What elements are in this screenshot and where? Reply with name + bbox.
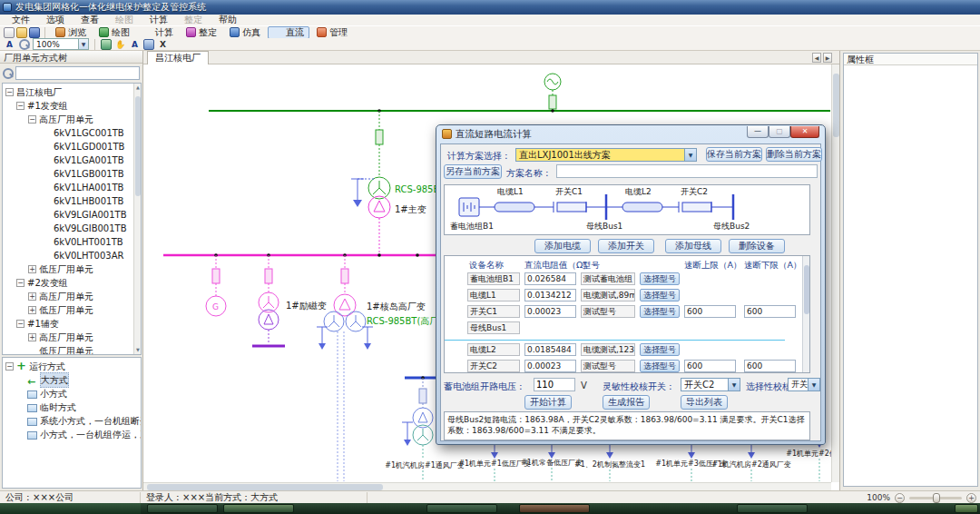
generate-report-button[interactable]: 生成报告 (603, 395, 650, 410)
select-model-button[interactable]: 选择型号 (640, 343, 680, 356)
view-page-icon[interactable] (143, 39, 154, 50)
tree-item[interactable]: 昌江核电厂 (3, 85, 141, 99)
chevron-down-icon[interactable]: ▼ (684, 149, 696, 161)
taskbar-window-button[interactable] (519, 504, 590, 513)
excitation-transformer-branch[interactable] (252, 255, 285, 346)
save-scheme-button[interactable]: 保存当前方案 (706, 147, 762, 162)
select-model-button[interactable]: 选择型号 (640, 289, 680, 301)
chevron-down-icon[interactable]: ▼ (78, 39, 88, 49)
tab-scroll-left-icon[interactable]: ◀ (812, 53, 821, 63)
tree-item[interactable]: 低压厂用单元 (3, 344, 141, 355)
image-icon[interactable] (101, 39, 112, 50)
zoom-slider[interactable] (909, 497, 962, 499)
table-scrollbar[interactable] (802, 256, 809, 372)
mode-tree-item[interactable]: 运行方式 (3, 360, 141, 373)
tree-item[interactable]: 低压厂用单元 (3, 303, 141, 317)
tree-item[interactable]: 6kV1LGB001TB (3, 167, 141, 181)
upper-limit-input[interactable]: 600 (684, 305, 736, 318)
switch1-symbol[interactable] (557, 203, 586, 212)
toolbar-button[interactable]: 浏览 (50, 26, 92, 39)
scroll-down-icon[interactable]: ▼ (134, 346, 142, 354)
grid-source-symbol[interactable] (544, 74, 561, 111)
mode-tree-item[interactable]: 系统小方式，一台机组断开 (3, 414, 141, 428)
tree-item[interactable]: 高压厂用单元 (3, 290, 141, 303)
mode-tree-item[interactable]: 小方式 (3, 387, 141, 400)
voltage-input[interactable] (534, 378, 575, 391)
tree-item[interactable]: 6kV1LGC001TB (3, 126, 141, 140)
scheme-select-combo[interactable]: 直出LXJ1001出线方案 ▼ (515, 148, 697, 162)
find-icon[interactable]: A (4, 39, 15, 50)
resistance-input[interactable]: 0.0134212 (524, 289, 576, 301)
tree-item[interactable]: 6kV1LHA001TB (3, 181, 141, 194)
zoom-out-icon[interactable]: − (895, 493, 905, 503)
taskbar-window-button[interactable] (426, 504, 497, 513)
mode-tree-item[interactable]: 大方式 (3, 373, 141, 387)
taskbar-window-button[interactable] (223, 504, 294, 513)
tree-search-input[interactable] (15, 66, 140, 80)
lower-limit-input[interactable]: 600 (744, 305, 796, 318)
mode-tree-item[interactable]: 小方式，一台机组停运，系统侧断开 (3, 428, 141, 441)
tree-item[interactable]: #1辅变 (3, 317, 141, 331)
menu-item[interactable]: 计算 (142, 15, 176, 25)
tree-expander-icon[interactable] (16, 279, 24, 287)
menu-item[interactable]: 绘图 (107, 15, 142, 25)
zoom-level-combo[interactable]: 100% ▼ (33, 38, 89, 50)
island-transformer-branch[interactable] (324, 255, 366, 481)
scroll-up-icon[interactable]: ▲ (134, 84, 142, 92)
tree-item[interactable]: 6kV9LGIB001TB (3, 222, 141, 235)
menu-item[interactable]: 整定 (176, 15, 211, 25)
tree-item[interactable]: 6kV0LHT001TB (3, 235, 141, 249)
menu-item[interactable]: 查看 (73, 15, 107, 25)
delete-scheme-button[interactable]: 删除当前方案 (766, 147, 822, 162)
start-calculation-button[interactable]: 开始计算 (524, 395, 572, 410)
scrollbar-thumb[interactable] (135, 96, 141, 196)
cable2-symbol[interactable] (622, 203, 662, 212)
sensitivity-switch-combo[interactable]: 开关C2 ▼ (681, 378, 740, 391)
menu-item[interactable]: 帮助 (211, 15, 245, 25)
delete-x-icon[interactable]: X (157, 39, 169, 50)
toolbar-button[interactable]: 直流 (268, 26, 309, 39)
tree-item[interactable]: 高压厂用单元 (3, 331, 141, 344)
resistance-input[interactable]: 0.026584 (524, 272, 576, 285)
tree-item[interactable]: #2发变组 (3, 276, 141, 290)
upper-limit-input[interactable]: 600 (684, 360, 736, 372)
menu-item[interactable]: 文件 (4, 15, 38, 25)
save-file-icon[interactable] (29, 27, 40, 38)
taskbar-window-button[interactable] (147, 504, 218, 513)
lv-transformer-branch[interactable] (405, 376, 436, 460)
tree-expander-icon[interactable] (28, 265, 36, 273)
battery-symbol[interactable] (459, 198, 479, 216)
tree-item[interactable]: 6kV1LHB001TB (3, 194, 141, 208)
tree-expander-icon[interactable] (28, 292, 36, 301)
tree-expander-icon[interactable] (5, 362, 14, 371)
cable1-symbol[interactable] (495, 203, 534, 212)
zoom-in-icon[interactable]: + (966, 493, 976, 503)
tree-item[interactable]: 6kV0LHT003AR (3, 249, 141, 262)
tree-expander-icon[interactable] (28, 333, 36, 341)
font-icon[interactable]: A ▾ (129, 39, 141, 50)
tree-expander-icon[interactable] (5, 88, 14, 96)
resistance-input[interactable]: 0.00023 (524, 360, 576, 372)
tree-item[interactable]: 6kV1LGD001TB (3, 140, 141, 153)
taskbar-tray-area[interactable] (955, 504, 978, 513)
tab-scroll-right-icon[interactable]: ▶ (823, 53, 832, 63)
add-bus-button[interactable]: 添加母线 (665, 239, 721, 253)
pan-hand-icon[interactable]: ✋ (114, 39, 126, 50)
search-icon[interactable] (2, 67, 14, 79)
tab-changjiang-plant[interactable]: 昌江核电厂 (147, 51, 209, 64)
new-file-icon[interactable] (4, 27, 15, 38)
toolbar-button[interactable]: 绘图 (93, 26, 135, 39)
chevron-down-icon[interactable]: ▼ (808, 379, 819, 390)
mode-tree-item[interactable]: 临时方式 (3, 400, 141, 414)
maximize-icon[interactable]: ▢ (769, 126, 790, 138)
add-cable-button[interactable]: 添加电缆 (534, 239, 591, 253)
zoom-search-icon[interactable] (18, 38, 30, 50)
taskbar-start-area[interactable] (0, 503, 141, 514)
canvas-horizontal-scrollbar[interactable] (143, 482, 831, 490)
lower-limit-input[interactable]: 600 (744, 360, 796, 372)
taskbar-window-button[interactable] (737, 504, 808, 513)
toolbar-button[interactable]: 仿真 (224, 26, 266, 39)
resistance-input[interactable]: 0.00023 (524, 305, 576, 318)
canvas-vertical-scrollbar[interactable] (831, 64, 839, 482)
tree-item[interactable]: #1发变组 (3, 99, 141, 113)
